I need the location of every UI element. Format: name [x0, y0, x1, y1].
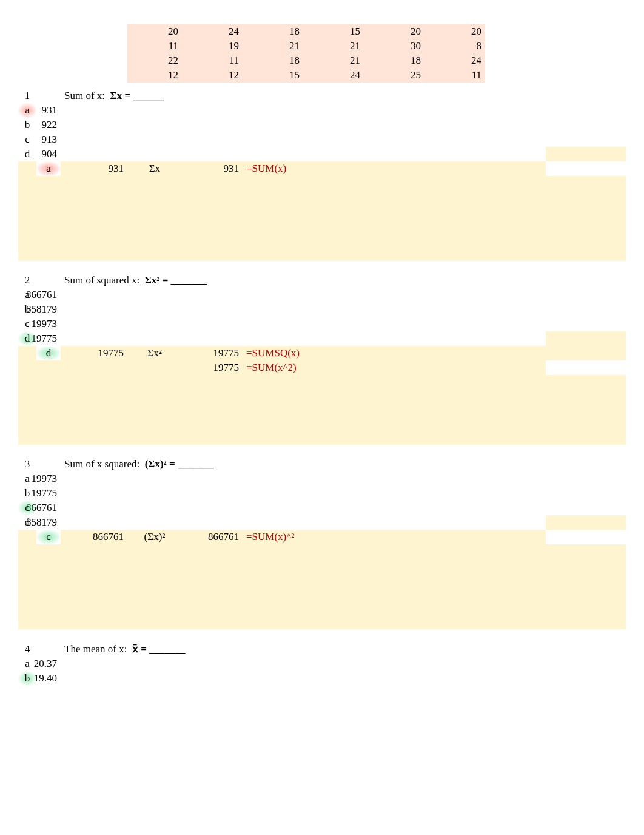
- answer-letter: d: [36, 346, 61, 360]
- answer-value: 19775: [61, 346, 127, 360]
- answer-formula-2: =SUM(x^2): [243, 360, 303, 375]
- prompt-text: The mean of x:: [64, 643, 127, 655]
- option-value: 19.40: [36, 671, 61, 686]
- option-letter: d: [18, 331, 36, 346]
- answer-computed-2: 19775: [182, 360, 243, 375]
- data-cell: 24: [303, 68, 364, 83]
- data-cell: 11: [424, 68, 485, 83]
- option-letter: a: [18, 103, 36, 118]
- data-cell: 19: [182, 39, 243, 53]
- data-cell: 24: [424, 53, 485, 68]
- answer-symbol: (Σx)²: [127, 530, 182, 544]
- option-value: 20.37: [36, 657, 61, 671]
- data-cell: 24: [182, 24, 243, 39]
- prompt-text: Sum of squared x:: [64, 274, 139, 286]
- answer-value: 931: [61, 161, 127, 176]
- prompt-symbol: x̄ = _______: [132, 643, 186, 655]
- data-cell: 12: [127, 68, 182, 83]
- data-cell: 21: [303, 39, 364, 53]
- option-value: 19973: [36, 472, 61, 486]
- option-letter: c: [18, 132, 36, 147]
- data-cell: 11: [182, 53, 243, 68]
- option-value: 19973: [36, 317, 61, 331]
- option-value: 866761: [36, 288, 61, 302]
- option-value: 866761: [36, 501, 61, 515]
- question-number: 2: [18, 273, 36, 288]
- option-value: 19775: [36, 486, 61, 501]
- answer-value: 866761: [61, 530, 127, 544]
- data-cell: 22: [127, 53, 182, 68]
- option-value: 931: [36, 103, 61, 118]
- data-cell: 30: [364, 39, 424, 53]
- option-letter: b: [18, 118, 36, 132]
- option-letter: d: [18, 147, 36, 161]
- answer-computed: 866761: [182, 530, 243, 544]
- data-cell: 15: [303, 24, 364, 39]
- option-value: 858179: [36, 302, 61, 317]
- question-number: 4: [18, 642, 36, 657]
- data-cell: 8: [424, 39, 485, 53]
- answer-computed: 931: [182, 161, 243, 176]
- option-value: 19775: [36, 331, 61, 346]
- question-number: 3: [18, 457, 36, 472]
- answer-symbol: Σx²: [127, 346, 182, 360]
- answer-pad: [18, 375, 626, 445]
- answer-formula: =SUMSQ(x): [243, 346, 303, 360]
- answer-pad: [18, 176, 626, 261]
- answer-pad: [18, 544, 626, 629]
- option-value: 913: [36, 132, 61, 147]
- prompt-symbol: (Σx)² = _______: [145, 458, 214, 470]
- data-cell: 18: [243, 53, 303, 68]
- answer-letter: c: [36, 530, 61, 544]
- prompt-text: Sum of x squared:: [64, 458, 139, 470]
- data-cell: 12: [182, 68, 243, 83]
- data-cell: 21: [303, 53, 364, 68]
- worksheet-grid: 20 24 18 15 20 20 11 19 21 21 30 8 22 11…: [18, 24, 626, 686]
- answer-symbol: Σx: [127, 161, 182, 176]
- data-cell: 18: [364, 53, 424, 68]
- option-letter: c: [18, 501, 36, 515]
- answer-letter: a: [36, 161, 61, 176]
- data-cell: 20: [424, 24, 485, 39]
- answer-computed: 19775: [182, 346, 243, 360]
- data-cell: 21: [243, 39, 303, 53]
- data-cell: 18: [243, 24, 303, 39]
- prompt-symbol: Σx = ______: [110, 90, 164, 102]
- data-cell: 20: [127, 24, 182, 39]
- option-value: 904: [36, 147, 61, 161]
- answer-formula: =SUM(x): [243, 161, 303, 176]
- question-number: 1: [18, 89, 36, 103]
- option-value: 858179: [36, 515, 61, 530]
- answer-formula: =SUM(x)^²: [243, 530, 303, 544]
- data-cell: 15: [243, 68, 303, 83]
- data-cell: 25: [364, 68, 424, 83]
- prompt-text: Sum of x:: [64, 90, 105, 102]
- option-value: 922: [36, 118, 61, 132]
- prompt-symbol: Σx² = _______: [145, 274, 207, 286]
- data-cell: 11: [127, 39, 182, 53]
- data-cell: 20: [364, 24, 424, 39]
- option-letter: b: [18, 671, 36, 686]
